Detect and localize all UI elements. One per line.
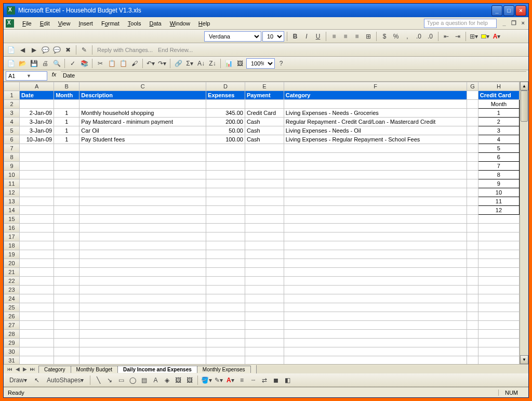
cell[interactable]	[79, 241, 206, 250]
cell[interactable]	[284, 277, 467, 286]
scroll-up-button[interactable]: ▲	[520, 82, 528, 90]
cell[interactable]: 2-Jan-09	[19, 109, 54, 118]
textbox-button[interactable]: ▤	[139, 375, 149, 385]
cell[interactable]: 100.00	[206, 135, 245, 144]
cell[interactable]: Living Expenses - Needs - Groceries	[284, 109, 467, 118]
chart-button[interactable]: 📊	[223, 58, 234, 69]
arrow-style-button[interactable]: ⇄	[259, 375, 270, 385]
cell[interactable]: Regular Repayment - Credit Card/Loan - M…	[284, 118, 467, 126]
research-button[interactable]: 📚	[79, 58, 89, 69]
cell[interactable]	[79, 259, 206, 268]
wordart-button[interactable]: A	[150, 375, 161, 385]
row-header-28[interactable]: 28	[4, 330, 20, 339]
cell[interactable]	[79, 100, 206, 109]
app-icon[interactable]	[6, 19, 14, 28]
row-header-25[interactable]: 25	[4, 303, 20, 312]
cell[interactable]	[54, 100, 79, 109]
cell[interactable]: 7	[478, 162, 519, 171]
cell[interactable]	[467, 135, 478, 144]
borders-button[interactable]: ⊞▾	[469, 31, 479, 42]
cell[interactable]	[19, 206, 54, 215]
cell[interactable]	[54, 232, 79, 241]
maximize-button[interactable]: □	[503, 5, 514, 16]
cell[interactable]	[467, 144, 478, 153]
cell[interactable]	[79, 188, 206, 197]
cell[interactable]	[79, 294, 206, 303]
cell[interactable]	[245, 232, 284, 241]
row-header-24[interactable]: 24	[4, 294, 20, 303]
fill-color-draw-button[interactable]: 🪣▾	[201, 375, 212, 385]
row-header-20[interactable]: 20	[4, 259, 20, 268]
cell[interactable]	[206, 356, 245, 365]
menu-format[interactable]: Format	[97, 19, 124, 28]
row-header-15[interactable]: 15	[4, 215, 20, 224]
formula-input[interactable]: Date	[61, 71, 526, 81]
cell[interactable]	[206, 347, 245, 356]
line-style-button[interactable]: ≡	[236, 375, 247, 385]
cut-button[interactable]: ✂	[95, 58, 105, 69]
column-header-H[interactable]: H	[478, 82, 519, 91]
cell[interactable]	[245, 206, 284, 215]
line-button[interactable]: ╲	[93, 375, 103, 385]
cell[interactable]	[284, 294, 467, 303]
copy-button[interactable]: 📋	[107, 58, 117, 69]
new-comment-button[interactable]: 📄	[6, 45, 16, 55]
cell[interactable]	[284, 171, 467, 179]
font-size-select[interactable]: 10	[262, 31, 284, 42]
cell[interactable]	[284, 347, 467, 356]
diagram-button[interactable]: ◈	[162, 375, 172, 385]
cell[interactable]	[245, 162, 284, 171]
cell[interactable]: 12	[478, 206, 519, 215]
cell[interactable]	[245, 347, 284, 356]
line-color-button[interactable]: ✎▾	[214, 375, 224, 385]
cell[interactable]	[245, 356, 284, 365]
cell[interactable]	[467, 339, 478, 347]
cell[interactable]	[467, 109, 478, 118]
cell[interactable]	[19, 224, 54, 232]
cell[interactable]	[206, 286, 245, 294]
cell[interactable]	[54, 144, 79, 153]
cell[interactable]	[19, 356, 54, 365]
cell[interactable]	[19, 179, 54, 188]
cell[interactable]	[245, 294, 284, 303]
align-center-button[interactable]: ≡	[340, 31, 351, 42]
cell[interactable]: 2	[478, 118, 519, 126]
cell[interactable]: 1	[54, 126, 79, 135]
cell[interactable]	[478, 330, 519, 339]
cell[interactable]	[467, 91, 478, 100]
sort-asc-button[interactable]: A↓	[196, 58, 206, 69]
row-header-26[interactable]: 26	[4, 312, 20, 321]
cell[interactable]: 3-Jan-09	[19, 118, 54, 126]
cell[interactable]	[54, 250, 79, 259]
tab-last-button[interactable]: ⏭	[29, 366, 37, 372]
cell[interactable]	[206, 162, 245, 171]
cell[interactable]	[478, 321, 519, 330]
save-button[interactable]: 💾	[29, 58, 39, 69]
cell[interactable]: 50.00	[206, 126, 245, 135]
cell[interactable]: 345.00	[206, 109, 245, 118]
column-header-F[interactable]: F	[284, 82, 467, 91]
cell[interactable]	[19, 241, 54, 250]
cell[interactable]: 11	[478, 197, 519, 206]
cell[interactable]	[79, 197, 206, 206]
cell[interactable]	[284, 259, 467, 268]
cell[interactable]	[206, 277, 245, 286]
cell[interactable]	[54, 197, 79, 206]
print-preview-button[interactable]: 🔍	[51, 58, 62, 69]
row-header-30[interactable]: 30	[4, 347, 20, 356]
cell[interactable]	[79, 224, 206, 232]
sheet-tab[interactable]: Daily Income and Expenses	[117, 366, 197, 373]
cell[interactable]	[284, 321, 467, 330]
cell[interactable]	[467, 179, 478, 188]
autosum-button[interactable]: Σ▾	[184, 58, 195, 69]
cell[interactable]: 1	[54, 135, 79, 144]
cell[interactable]	[478, 268, 519, 277]
cell[interactable]	[467, 100, 478, 109]
cell[interactable]	[245, 339, 284, 347]
menu-view[interactable]: View	[54, 19, 75, 28]
cell[interactable]	[284, 356, 467, 365]
cell[interactable]: Month	[478, 100, 519, 109]
print-button[interactable]: 🖨	[40, 58, 50, 69]
cell[interactable]	[19, 197, 54, 206]
tab-prev-button[interactable]: ◀	[14, 366, 21, 372]
